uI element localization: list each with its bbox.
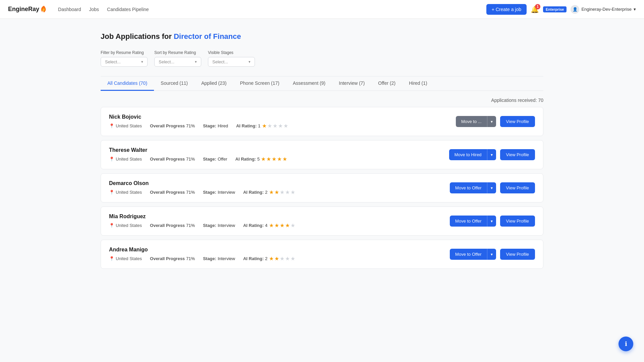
nav-candidates-pipeline[interactable]: Candidates Pipeline	[107, 7, 149, 12]
candidate-card-0: Nick Bojovic 📍 United States Overall Pro…	[101, 107, 543, 136]
move-to-button[interactable]: Move to Offer	[450, 216, 487, 227]
star-2: ★	[267, 123, 272, 129]
ai-rating: AI Rating: 2 ★★★★★	[243, 255, 295, 262]
tab-5[interactable]: Interview (7)	[332, 76, 371, 91]
progress-label: Overall Progress	[150, 256, 185, 261]
candidate-name: Nick Bojovic	[109, 114, 449, 120]
tab-4[interactable]: Assessment (9)	[286, 76, 332, 91]
ai-rating: AI Rating: 5 ★★★★★	[235, 156, 287, 162]
star-4: ★	[285, 255, 290, 262]
enterprise-badge: Enterprise	[543, 6, 567, 12]
ai-rating-stars: ★★★★★	[262, 123, 288, 129]
progress-value: 71%	[186, 123, 195, 128]
star-5: ★	[290, 255, 295, 262]
logo-text: EngineRay	[8, 6, 39, 13]
view-profile-button[interactable]: View Profile	[500, 149, 535, 160]
stage-value: Offer	[218, 157, 227, 162]
star-4: ★	[277, 156, 282, 162]
navbar: EngineRay Dashboard Jobs Candidates Pipe…	[0, 0, 644, 19]
candidate-location: 📍 United States	[109, 157, 142, 162]
stage: Stage: Offer	[203, 157, 227, 162]
tab-7[interactable]: Hired (1)	[402, 76, 434, 91]
ai-rating: AI Rating: 1 ★★★★★	[236, 123, 288, 129]
ai-rating: AI Rating: 2 ★★★★★	[243, 189, 295, 195]
star-1: ★	[269, 189, 274, 195]
location-pin-icon: 📍	[109, 123, 114, 128]
stage-value: Interview	[218, 256, 235, 261]
stage: Stage: Hired	[203, 123, 228, 128]
filter-resume-rating-label: Filter by Resume Rating	[101, 50, 148, 55]
tab-1[interactable]: Sourced (11)	[154, 76, 195, 91]
candidate-meta: 📍 United States Overall Progress 71% Sta…	[109, 222, 443, 229]
star-3: ★	[280, 255, 284, 262]
progress-label: Overall Progress	[150, 123, 185, 128]
overall-progress: Overall Progress 71%	[150, 256, 195, 261]
candidate-location: 📍 United States	[109, 190, 142, 195]
ai-rating-value: 2	[265, 190, 267, 195]
tab-3[interactable]: Phone Screen (17)	[233, 76, 286, 91]
candidate-info: Andrea Manigo 📍 United States Overall Pr…	[109, 247, 443, 262]
filter-resume-rating-group: Filter by Resume Rating Select... ▾	[101, 50, 148, 67]
candidate-info: Demarco Olson 📍 United States Overall Pr…	[109, 180, 443, 195]
move-button-group: Move to Offer ▾	[450, 216, 496, 227]
ai-rating-value: 4	[265, 223, 267, 228]
move-dropdown-button[interactable]: ▾	[487, 116, 496, 127]
move-dropdown-button[interactable]: ▾	[487, 182, 496, 193]
logo[interactable]: EngineRay	[8, 6, 47, 13]
user-menu[interactable]: 👤 Engineray-Dev-Enterprise ▾	[571, 5, 636, 14]
move-dropdown-button[interactable]: ▾	[487, 216, 496, 227]
ai-rating-label: AI Rating:	[236, 123, 257, 128]
nav-jobs[interactable]: Jobs	[89, 7, 99, 12]
ai-rating-label: AI Rating:	[243, 256, 264, 261]
move-to-button[interactable]: Move to Offer	[450, 249, 487, 260]
view-profile-button[interactable]: View Profile	[500, 182, 535, 193]
view-profile-button[interactable]: View Profile	[500, 249, 535, 260]
star-2: ★	[274, 255, 279, 262]
star-2: ★	[274, 189, 279, 195]
stage: Stage: Interview	[203, 256, 235, 261]
stage-value: Interview	[218, 190, 235, 195]
filter-visible-stages-select[interactable]: Select... ▾	[208, 57, 255, 67]
candidate-name: Therese Walter	[109, 147, 442, 153]
move-to-button[interactable]: Move to Offer	[450, 182, 487, 193]
filter-sort-rating-label: Sort by Resume Rating	[154, 50, 201, 55]
create-job-button[interactable]: + Create a job	[486, 4, 527, 15]
filter-sort-rating-placeholder: Select...	[159, 59, 174, 64]
tab-2[interactable]: Applied (23)	[195, 76, 233, 91]
move-dropdown-button[interactable]: ▾	[487, 249, 496, 260]
tab-6[interactable]: Offer (2)	[371, 76, 402, 91]
candidate-location: 📍 United States	[109, 223, 142, 228]
move-to-button[interactable]: Move to Hired	[449, 149, 487, 160]
filter-resume-rating-select[interactable]: Select... ▾	[101, 57, 148, 67]
star-4: ★	[285, 189, 290, 195]
location-text: United States	[116, 223, 142, 228]
job-title-link[interactable]: Director of Finance	[174, 32, 241, 41]
ai-rating-label: AI Rating:	[243, 223, 264, 228]
tab-0[interactable]: All Candidates (70)	[101, 76, 154, 91]
candidate-location: 📍 United States	[109, 256, 142, 261]
filter-sort-rating-select[interactable]: Select... ▾	[154, 57, 201, 67]
star-4: ★	[278, 123, 283, 129]
nav-dashboard[interactable]: Dashboard	[58, 7, 81, 12]
ai-rating-label: AI Rating:	[235, 157, 256, 162]
stage-label: Stage:	[203, 256, 216, 261]
candidate-name: Mia Rodriguez	[109, 214, 443, 220]
candidate-info: Nick Bojovic 📍 United States Overall Pro…	[109, 114, 449, 129]
bell-wrapper[interactable]: 🔔 1	[531, 5, 539, 13]
ai-rating-stars: ★★★★★	[269, 222, 295, 229]
view-profile-button[interactable]: View Profile	[500, 216, 535, 227]
star-5: ★	[282, 156, 287, 162]
stage: Stage: Interview	[203, 223, 235, 228]
ai-rating: AI Rating: 4 ★★★★★	[243, 222, 295, 229]
user-avatar: 👤	[571, 5, 579, 14]
main-content: Job Applications for Director of Finance…	[80, 19, 564, 286]
move-dropdown-button[interactable]: ▾	[487, 149, 496, 160]
view-profile-button[interactable]: View Profile	[500, 116, 535, 127]
filter-visible-stages-group: Visible Stages Select... ▾	[208, 50, 255, 67]
ai-rating-stars: ★★★★★	[269, 255, 295, 262]
move-to-button[interactable]: Move to ...	[456, 116, 487, 127]
move-button-group: Move to Offer ▾	[450, 182, 496, 193]
progress-label: Overall Progress	[150, 157, 185, 162]
overall-progress: Overall Progress 71%	[150, 157, 195, 162]
star-2: ★	[266, 156, 271, 162]
